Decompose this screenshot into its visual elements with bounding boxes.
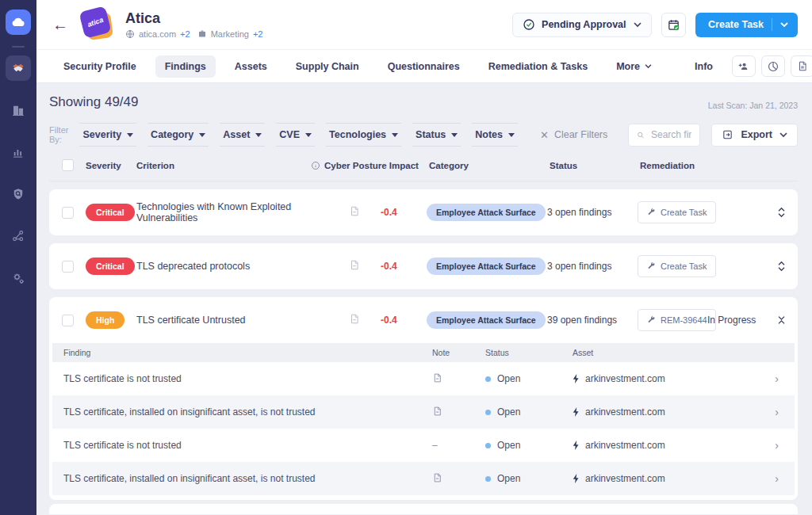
subtable-header: Finding Note Status Asset [52,343,795,362]
finding-row: Critical TLS deprecated protocols -0.4 E… [49,243,798,289]
note-icon[interactable] [432,406,442,417]
approval-status-select[interactable]: Pending Approval [512,13,652,37]
caret-down-icon [255,133,262,137]
row-checkbox[interactable] [62,315,74,326]
filter-status[interactable]: Status [412,123,461,147]
subfinding-asset: arkinvestment.com [585,440,665,451]
schedule-calendar-button[interactable] [661,13,686,37]
subfinding-row[interactable]: TLS certificate is not trusted Open arki… [52,362,795,395]
globe-icon [125,29,135,39]
sidebar-item-settings-gears-icon[interactable] [6,265,31,291]
search-icon [637,130,645,140]
search-input[interactable] [651,129,691,140]
department-more-link[interactable]: +2 [253,29,263,39]
col-category: Category [429,161,550,170]
sidebar-item-integrations-network-icon[interactable] [6,223,31,249]
page-header: ← atica Atica atica.com +2 Marketing +2 … [36,0,812,50]
caret-down-icon [392,133,398,137]
criterion-text: Technologies with Known Exploited Vulner… [136,201,349,223]
bolt-icon [573,474,580,483]
check-circle-icon [523,18,535,31]
row-checkbox[interactable] [62,207,74,219]
clear-filters-button[interactable]: ✕ Clear Filters [540,129,607,141]
chevron-right-icon[interactable]: › [766,406,795,418]
add-user-button[interactable] [732,55,756,77]
close-icon: ✕ [540,129,549,141]
filter-technologies[interactable]: Tecnologies [326,123,401,147]
export-button[interactable]: Export [711,124,798,147]
tab-more[interactable]: More [607,55,661,78]
create-task-row-button[interactable]: Create Task [638,201,716,223]
subfinding-asset: arkinvestment.com [585,373,665,384]
tab-remediation-tasks[interactable]: Remediation & Tasks [479,55,598,78]
select-all-checkbox[interactable] [62,159,74,171]
chevron-right-icon[interactable]: › [766,372,795,385]
last-scan-label: Last Scan: Jan 21, 2023 [708,101,798,110]
chevron-right-icon[interactable]: › [766,439,795,452]
bolt-icon [573,407,580,417]
export-icon [722,129,733,140]
subfinding-text: TLS certificate, installed on insignific… [63,473,432,484]
app-logo-cloud-icon[interactable] [6,10,31,35]
search-findings-box [628,124,700,147]
caret-down-icon [305,133,312,137]
report-chart-button[interactable] [761,55,785,77]
document-button[interactable] [791,55,812,77]
bolt-icon [573,441,580,450]
remediation-ticket-button[interactable]: REM-39644 [638,309,716,331]
filter-category[interactable]: Category [147,123,209,147]
subcol-asset: Asset [573,348,766,357]
caret-down-icon [451,133,458,137]
filter-cve[interactable]: CVE [276,123,315,147]
sidebar-item-analytics-bar-chart-icon[interactable] [6,139,31,165]
sidebar-item-security-shield-search-icon[interactable] [6,181,31,207]
open-status-dot [485,443,491,448]
caret-down-icon [199,133,205,137]
filter-notes[interactable]: Notes [472,123,518,147]
finding-row: Critical Technologies with Known Exploit… [49,189,798,235]
note-icon[interactable] [432,472,442,483]
tab-questionnaires[interactable]: Questionnaires [378,55,469,78]
subfinding-row[interactable]: TLS certificate is not trusted – Open ar… [52,429,795,462]
approval-status-label: Pending Approval [542,19,627,30]
chevron-down-icon [645,64,652,69]
chevron-down-icon [780,22,788,28]
app-sidebar [0,0,36,515]
subfinding-status: Open [497,373,520,384]
col-status: Status [550,161,640,170]
expand-icon [777,261,786,272]
category-badge: Employee Attack Surface [427,204,546,221]
expand-row-button[interactable] [764,261,798,272]
company-logo: atica [81,8,116,41]
open-findings-count: 3 open findings [547,261,638,272]
subfinding-row[interactable]: TLS certificate, installed on insignific… [52,462,795,495]
create-task-row-button[interactable]: Create Task [638,255,716,277]
row-checkbox[interactable] [62,261,74,273]
tab-security-profile[interactable]: Security Profile [54,55,146,78]
wrench-icon [646,315,656,325]
note-icon[interactable] [349,313,360,325]
chevron-down-icon [634,22,642,28]
chevron-right-icon[interactable]: › [766,472,795,485]
criterion-text: TLS deprecated protocols [136,261,349,272]
collapse-row-button[interactable] [764,315,798,326]
sidebar-item-company-building-icon[interactable] [6,97,31,123]
note-icon[interactable] [349,259,360,271]
sidebar-item-vendors-handshake-icon[interactable] [6,55,31,81]
back-arrow-icon[interactable]: ← [52,17,68,32]
expand-row-button[interactable] [764,207,798,218]
note-icon[interactable] [349,205,360,217]
tab-supply-chain[interactable]: Supply Chain [286,55,369,78]
tab-findings[interactable]: Findings [155,55,216,78]
subfinding-row[interactable]: TLS certificate, installed on insignific… [52,395,795,429]
remediation-state: In Progress [707,315,764,326]
filter-by-label: Filter By: [49,125,68,144]
tab-info[interactable]: Info [685,55,722,78]
filter-asset[interactable]: Asset [220,123,265,147]
create-task-button[interactable]: Create Task [695,13,798,37]
domain-more-link[interactable]: +2 [180,29,190,39]
note-icon[interactable] [432,372,442,383]
filter-severity[interactable]: Severity [79,123,136,147]
tab-assets[interactable]: Assets [225,55,277,78]
calendar-check-icon [667,18,680,32]
